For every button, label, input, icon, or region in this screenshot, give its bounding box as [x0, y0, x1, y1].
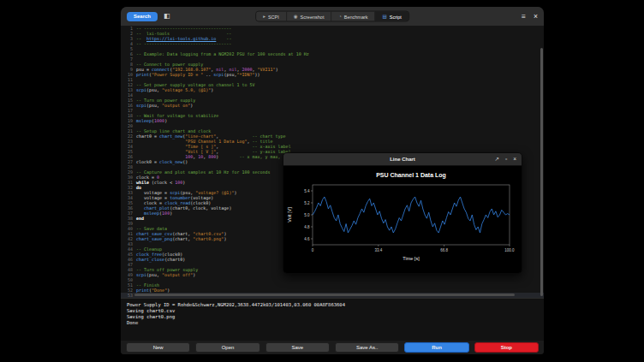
tab-screenshot[interactable]: ◉Screenshot	[287, 12, 332, 21]
y-tick-label: 4.6	[304, 237, 310, 241]
console-line: Saving chart0.png	[127, 314, 538, 320]
menu-icon[interactable]: ≡	[522, 13, 526, 21]
window-close-icon[interactable]: ×	[534, 13, 538, 21]
x-tick-label: 66.8	[440, 248, 448, 252]
search-button[interactable]: Search	[127, 12, 158, 21]
maximize-icon[interactable]: ▫	[505, 157, 507, 163]
console-line: Power Supply ID = Rohde&Schwarz,NGM202,3…	[127, 302, 538, 308]
x-tick-label: 0	[312, 248, 314, 252]
tab-scpi[interactable]: ▸SCPI	[256, 12, 287, 21]
lxi-tools-window: Search ◧ ▸SCPI◉Screenshot◔Benchmark▤Scri…	[121, 7, 544, 354]
new-button[interactable]: New	[126, 342, 190, 353]
gauge-icon: ◔	[338, 14, 341, 19]
panel-toggle-icon[interactable]: ◧	[162, 13, 172, 20]
expand-icon[interactable]: ↗	[494, 157, 498, 163]
run-button[interactable]: Run	[404, 342, 468, 353]
tab-label: Screenshot	[301, 14, 325, 19]
y-tick-label: 5.0	[304, 213, 310, 217]
x-tick-label: 100.0	[504, 248, 515, 252]
chart-window-titlebar[interactable]: Line Chart ↗▫×	[283, 153, 522, 166]
save-as-button[interactable]: Save As..	[335, 342, 399, 353]
vertical-scrollbar[interactable]	[540, 48, 543, 296]
console-line: Saving chart0.csv	[127, 308, 538, 314]
header-right-controls: ≡ ×	[522, 13, 538, 21]
chart-title: PSU Channel 1 Data Log	[376, 172, 446, 179]
y-tick-label: 5.4	[304, 189, 310, 193]
tab-benchmark[interactable]: ◔Benchmark	[331, 12, 375, 21]
script-icon: ▤	[383, 14, 387, 19]
tab-label: Benchmark	[344, 14, 368, 19]
chart-window-controls: ↗▫×	[494, 157, 522, 163]
open-button[interactable]: Open	[195, 342, 259, 353]
horizontal-scrollbar[interactable]	[134, 294, 515, 296]
line-chart-window: Line Chart ↗▫× PSU Channel 1 Data Log4.6…	[283, 152, 522, 274]
chart-line	[313, 197, 510, 233]
y-tick-label: 5.2	[304, 201, 310, 205]
stop-button[interactable]: Stop	[474, 342, 539, 353]
plot-frame	[313, 185, 510, 245]
desktop: Search ◧ ▸SCPI◉Screenshot◔Benchmark▤Scri…	[0, 0, 644, 362]
tab-label: SCPI	[268, 14, 279, 19]
scpi-icon: ▸	[263, 14, 265, 19]
console-output: Power Supply ID = Rohde&Schwarz,NGM202,3…	[121, 298, 544, 341]
action-bar: NewOpenSaveSave As..RunStop	[121, 341, 544, 354]
chart-window-title: Line Chart	[283, 157, 522, 162]
y-axis-label: Volt [V]	[287, 207, 292, 223]
tab-label: Script	[390, 14, 402, 19]
tab-bar: ▸SCPI◉Screenshot◔Benchmark▤Script	[255, 11, 409, 22]
y-tick-label: 4.8	[304, 225, 310, 229]
chart-canvas: PSU Channel 1 Data Log4.64.85.05.25.4033…	[283, 166, 522, 274]
console-line: Done	[127, 320, 538, 326]
x-tick-label: 33.4	[374, 248, 382, 252]
headerbar: Search ◧ ▸SCPI◉Screenshot◔Benchmark▤Scri…	[121, 7, 544, 27]
chart-body: PSU Channel 1 Data Log4.64.85.05.25.4033…	[283, 166, 522, 274]
x-axis-label: Time [s]	[402, 256, 420, 261]
camera-icon: ◉	[294, 14, 298, 19]
tab-script[interactable]: ▤Script	[376, 12, 408, 21]
save-button[interactable]: Save	[265, 342, 330, 353]
close-icon[interactable]: ×	[513, 157, 516, 163]
